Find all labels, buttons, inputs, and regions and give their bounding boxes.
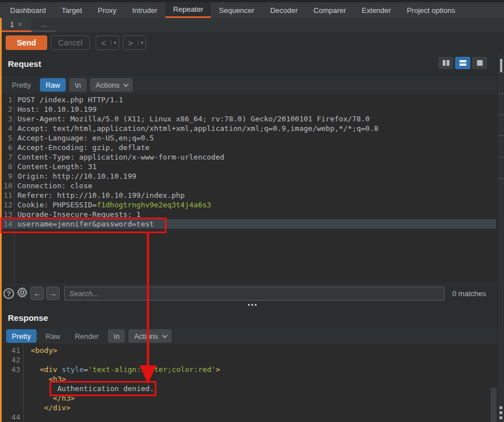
code-text: Content-Length: 31 bbox=[12, 162, 97, 171]
line-number: 3 bbox=[2, 114, 12, 124]
code-text: Cookie: PHPSESSID=f1dhogtrnghv9e2eq3t4j4… bbox=[12, 200, 211, 210]
line-number bbox=[2, 393, 20, 403]
response-tab-newline[interactable]: \n bbox=[108, 329, 125, 343]
help-icon[interactable]: ? bbox=[3, 288, 14, 299]
menu-extender[interactable]: Extender bbox=[354, 2, 399, 18]
main-menu-bar: Dashboard Target Proxy Intruder Repeater… bbox=[0, 2, 504, 18]
close-tab-icon[interactable]: × bbox=[18, 21, 21, 28]
code-text: Accept-Encoding: gzip, deflate bbox=[12, 143, 150, 152]
forward-history-button[interactable]: > ▾ bbox=[123, 35, 146, 50]
previous-match-button[interactable]: ← bbox=[30, 287, 44, 300]
layout-view-buttons bbox=[438, 57, 487, 69]
request-view-tabs: Pretty Raw \n Actions bbox=[2, 76, 497, 94]
request-actions-label: Actions bbox=[96, 81, 120, 89]
request-tab-pretty[interactable]: Pretty bbox=[6, 78, 37, 92]
menu-sequencer[interactable]: Sequencer bbox=[211, 2, 262, 18]
request-editor[interactable]: 1POST /index.php HTTP/1.12Host: 10.10.10… bbox=[2, 94, 496, 284]
code-line[interactable]: 7Content-Type: application/x-www-form-ur… bbox=[2, 152, 496, 162]
code-line[interactable]: 1POST /index.php HTTP/1.1 bbox=[2, 95, 496, 105]
code-line[interactable]: 2Host: 10.10.10.199 bbox=[2, 105, 496, 114]
code-line[interactable]: 14username=jennifer&password=test bbox=[2, 219, 496, 229]
request-panel-header: Request bbox=[2, 53, 497, 76]
window-left-accent-border bbox=[0, 18, 2, 422]
request-tab-raw[interactable]: Raw bbox=[40, 78, 66, 92]
rows-layout-button[interactable] bbox=[455, 57, 470, 69]
code-text: <h3> bbox=[20, 374, 66, 384]
code-line[interactable]: 10Connection: close bbox=[2, 181, 496, 190]
code-text: Referer: http://10.10.10.199/index.php bbox=[12, 190, 184, 200]
menu-project-options[interactable]: Project options bbox=[399, 2, 463, 18]
line-number: 1 bbox=[2, 95, 12, 105]
search-input[interactable] bbox=[64, 287, 444, 301]
menu-dashboard[interactable]: Dashboard bbox=[2, 2, 54, 18]
line-number: 43 bbox=[2, 365, 20, 374]
code-line[interactable]: 8Content-Length: 31 bbox=[2, 162, 496, 171]
code-line[interactable]: 4Accept: text/html,application/xhtml+xml… bbox=[2, 124, 496, 133]
chevron-down-icon bbox=[123, 81, 129, 87]
menu-comparer[interactable]: Comparer bbox=[305, 2, 354, 18]
inspector-drag-handle-icon[interactable] bbox=[500, 406, 502, 419]
code-line[interactable]: 41 <body> bbox=[2, 346, 496, 355]
response-tab-render[interactable]: Render bbox=[69, 329, 105, 343]
response-panel-title: Response bbox=[8, 313, 48, 323]
menu-intruder[interactable]: Intruder bbox=[124, 2, 165, 18]
request-tab-newline[interactable]: \n bbox=[69, 78, 87, 92]
panel-splitter-handle[interactable] bbox=[0, 302, 504, 307]
splitter-dot bbox=[255, 304, 256, 306]
line-number: 6 bbox=[2, 143, 12, 152]
response-scrollbar-thumb[interactable] bbox=[490, 388, 497, 422]
cancel-button[interactable]: Cancel bbox=[51, 35, 90, 50]
response-tab-raw[interactable]: Raw bbox=[40, 329, 66, 343]
new-tab-button[interactable]: ... bbox=[32, 18, 56, 32]
code-line[interactable]: </div> bbox=[2, 403, 496, 412]
response-editor[interactable]: 41 <body>4243 <div style='text-align:cen… bbox=[2, 344, 496, 422]
code-line[interactable]: 43 <div style='text-align:center;color:r… bbox=[2, 365, 496, 374]
request-search-bar: ? ← → 0 matches bbox=[2, 284, 497, 302]
response-actions-menu[interactable]: Actions bbox=[128, 329, 172, 343]
search-settings-gear-icon[interactable] bbox=[16, 287, 28, 301]
line-number: 41 bbox=[2, 346, 20, 355]
line-number bbox=[2, 374, 20, 384]
menu-repeater[interactable]: Repeater bbox=[165, 2, 211, 18]
send-button[interactable]: Send bbox=[6, 35, 47, 50]
single-pane-layout-icon bbox=[477, 60, 483, 66]
code-line[interactable]: 11Referer: http://10.10.10.199/index.php bbox=[2, 190, 496, 200]
repeater-toolbar: Send Cancel < ▾ > ▾ bbox=[0, 32, 504, 53]
code-text: </h3> bbox=[20, 393, 75, 403]
code-line[interactable]: 5Accept-Language: en-US,en;q=0.5 bbox=[2, 133, 496, 143]
code-text: Origin: http://10.10.10.199 bbox=[12, 171, 136, 181]
inspector-vertical-label bbox=[500, 59, 502, 72]
splitter-dot bbox=[248, 304, 250, 306]
code-line[interactable]: <h3> bbox=[2, 374, 496, 384]
code-line[interactable]: 3User-Agent: Mozilla/5.0 (X11; Linux x86… bbox=[2, 114, 496, 124]
line-number: 42 bbox=[2, 355, 20, 365]
response-tab-pretty[interactable]: Pretty bbox=[6, 329, 37, 343]
single-pane-layout-button[interactable] bbox=[472, 57, 487, 69]
menu-proxy[interactable]: Proxy bbox=[90, 2, 124, 18]
code-line[interactable]: 9Origin: http://10.10.10.199 bbox=[2, 171, 496, 181]
line-number: 2 bbox=[2, 105, 12, 114]
back-history-button[interactable]: < ▾ bbox=[96, 35, 119, 50]
code-line[interactable]: 44 bbox=[2, 412, 496, 422]
response-actions-label: Actions bbox=[134, 332, 158, 341]
code-text: POST /index.php HTTP/1.1 bbox=[12, 95, 123, 105]
code-text: <body> bbox=[20, 346, 57, 355]
next-match-button[interactable]: → bbox=[46, 287, 60, 300]
request-actions-menu[interactable]: Actions bbox=[90, 78, 133, 92]
code-line[interactable]: 13Upgrade-Insecure-Requests: 1 bbox=[2, 210, 496, 219]
columns-layout-button[interactable] bbox=[438, 57, 453, 69]
menu-decoder[interactable]: Decoder bbox=[262, 2, 305, 18]
code-text: User-Agent: Mozilla/5.0 (X11; Linux x86_… bbox=[12, 114, 370, 124]
inspector-collapsed-panel[interactable] bbox=[497, 53, 504, 422]
code-line[interactable]: </h3> bbox=[2, 393, 496, 403]
menu-target[interactable]: Target bbox=[54, 2, 90, 18]
repeater-session-tab-1[interactable]: 1 × bbox=[0, 18, 32, 32]
code-line[interactable]: 12Cookie: PHPSESSID=f1dhogtrnghv9e2eq3t4… bbox=[2, 200, 496, 210]
code-line[interactable]: 6Accept-Encoding: gzip, deflate bbox=[2, 143, 496, 152]
back-dropdown-icon[interactable]: ▾ bbox=[111, 40, 119, 46]
code-line[interactable]: Authentication denied. bbox=[2, 384, 496, 393]
forward-dropdown-icon[interactable]: ▾ bbox=[138, 40, 146, 46]
code-text: Content-Type: application/x-www-form-url… bbox=[12, 152, 224, 162]
code-line[interactable]: 42 bbox=[2, 355, 496, 365]
line-number: 4 bbox=[2, 124, 12, 133]
